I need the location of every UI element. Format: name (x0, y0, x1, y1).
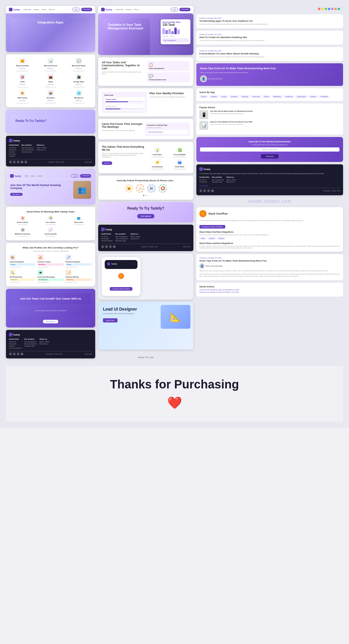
tag-investment[interactable]: Investment (319, 95, 330, 98)
so-logo-icon: 🟠 (199, 210, 206, 217)
similar-link-2[interactable]: Improve Your Mobile Funnel And Reach You… (199, 291, 340, 293)
tw-icon-2[interactable]: t (13, 352, 16, 355)
all-tasks-title: All Your Tasks And Communications, Toget… (102, 61, 145, 70)
tag-networking[interactable]: Networking (272, 95, 283, 98)
footer-product-3[interactable]: Integration apps (21, 151, 34, 153)
ready-cta-bottom: Ready To Try Tazkily? Get started (98, 202, 193, 222)
li-icon-2[interactable]: in (21, 352, 24, 355)
tag-branding[interactable]: Branding (240, 95, 250, 98)
social-icons-3: f t i in (101, 245, 116, 248)
tag-finance[interactable]: Finance (199, 95, 208, 98)
brainstorm-author-name: Brian Jeremiah Buda (206, 265, 223, 267)
join-cta-desc: Lorem ipsum dolor sit amet consectetur (10, 306, 91, 316)
fb-icon-right[interactable]: f (199, 189, 202, 192)
join-us-btn[interactable]: Join with us (10, 193, 23, 196)
lead-ui-image: 📐 (161, 305, 190, 329)
popular-article-title-2: Improve Your Mobile Funnel And Reach You… (210, 121, 253, 123)
lead-ui-mockup-btn[interactable]: Apply Now (103, 318, 118, 322)
ig-icon-right[interactable]: i (207, 189, 210, 192)
main-container: Tazkily Useful links Features Pricing Ab… (0, 0, 349, 428)
tag-leadership[interactable]: Leadership (284, 95, 295, 98)
footer-col-useful: Useful links (9, 144, 19, 146)
so-tag-support[interactable]: Support (217, 237, 226, 240)
footer-link-4[interactable]: Document (9, 153, 19, 155)
tag-business[interactable]: Business (309, 95, 318, 98)
popular-img-1: 📱 (199, 110, 208, 119)
values-btn[interactable]: Get Us (102, 161, 112, 165)
task-started-btn[interactable]: Get started (179, 8, 190, 11)
meeting-schedule: Company Landing Page 04:34 PM - 05:24 PM… (145, 122, 190, 136)
perk-team-desc: Lorem ipsum dolor (73, 224, 83, 225)
tag-growth[interactable]: Growth (262, 95, 270, 98)
tag-country[interactable]: Country (220, 95, 229, 98)
linkedin-icon[interactable]: in (21, 160, 24, 163)
integration-item-dropbox: 📦 Drop Box Business Lorem ipsum dolor si… (38, 90, 64, 104)
careers-logo: Tazkily (10, 174, 21, 178)
so-connect-btn[interactable]: Connect to Stack Overflow (199, 225, 225, 229)
accountability-icon: ✅ (177, 147, 183, 153)
popular-article-text-1: Lorem ipsum dolor sit amet consectetur a… (210, 113, 253, 114)
footer-about-2[interactable]: Made with us (37, 149, 46, 151)
footer-link-3[interactable]: Features (9, 151, 19, 153)
mock-started-btn[interactable]: Get started (81, 8, 92, 11)
youtube-icon[interactable]: y (24, 160, 27, 163)
job-profiles-section: What Job Profiles Are We Currently Looki… (6, 243, 95, 286)
footer-link-2[interactable]: Pricing plan (9, 149, 19, 151)
perks-title: Great Perks Of Working With Tazkily Team (10, 210, 92, 213)
tag-employee[interactable]: Employee (229, 95, 239, 98)
careers-started-btn[interactable]: Get started (80, 174, 91, 178)
so-about2-section: About Stack overflow Integrations In rep… (199, 242, 340, 249)
so-tag-state[interactable]: State (199, 237, 206, 240)
subscribe-input[interactable]: Add your email address (200, 147, 339, 152)
ig-icon-2[interactable]: i (17, 352, 20, 355)
tw-icon-3[interactable]: t (105, 245, 108, 248)
dropbox-type: Business (48, 100, 54, 101)
footer-product-2[interactable]: Client management (21, 149, 34, 151)
subscribe-btn[interactable]: Subscribe (261, 154, 278, 158)
teamwork-desc: Lorem ipsum adipiscing (173, 168, 186, 170)
fb-icon-3[interactable]: f (101, 245, 104, 248)
tag-entrepreneur[interactable]: Entrepreneur (295, 95, 307, 98)
careers-login-btn[interactable]: Login (71, 174, 79, 178)
value-innovation: 💡 Innovation Lorem ipsum adipiscing (147, 147, 168, 158)
tag-teamwork[interactable]: Team work (251, 95, 261, 98)
so-tag-content[interactable]: Content (207, 237, 216, 240)
today-title: Today task (104, 94, 145, 96)
li-icon-3[interactable]: in (113, 245, 116, 248)
fb-icon-2[interactable]: f (9, 352, 12, 355)
ig-icon-3[interactable]: i (109, 245, 112, 248)
mobile-menu-icon[interactable]: ≡ (134, 263, 135, 265)
values-text: The Values That Drive Everything We Do W… (102, 145, 145, 170)
content-writing-desc: Lorem ipsum dolor sit (65, 281, 92, 283)
task-login-btn[interactable]: Login (170, 8, 178, 11)
help-link-2[interactable]: Help center (84, 353, 92, 355)
ready-bottom-btn[interactable]: Get started (137, 214, 155, 218)
tags-grid: Finance Software Country Employee Brandi… (199, 95, 340, 98)
brainstorm-author-avatar: 👤 (199, 263, 205, 269)
mobile-connect-btn[interactable]: Connect to Stack Overflow (110, 287, 132, 291)
join-cta-btn[interactable]: Join with us (43, 320, 58, 323)
footer-product-1[interactable]: Task management (21, 147, 34, 149)
help-link-1[interactable]: Help center (84, 161, 92, 163)
footer-link-5[interactable]: Instagram (9, 155, 19, 157)
career-icon: 📈 (48, 227, 53, 232)
popular-title: Popular Articles (199, 106, 340, 108)
thanks-title: Thanks for Purchasing (12, 378, 337, 391)
instagram-icon[interactable]: i (17, 160, 20, 163)
so-about-section: About Stack Overflow Integrations Lorem … (199, 231, 340, 240)
facebook-icon[interactable]: f (9, 160, 12, 163)
footer-link-1[interactable]: Try free for (9, 147, 19, 149)
mock-login-btn[interactable]: Login (72, 8, 80, 11)
twitter-icon[interactable]: t (13, 160, 16, 163)
tw-icon-right[interactable]: t (203, 189, 206, 192)
help-link-3[interactable]: Help center (183, 246, 190, 248)
footer-product-right: Our product (212, 176, 224, 178)
footer-about-1[interactable]: What is Tazkily (37, 147, 46, 149)
task-nav: Useful links Features Pricing (116, 9, 139, 10)
perk-fun-desc: Lorem ipsum dolor (46, 224, 55, 225)
subscribe-desc: Lorem ipsum dolor sit amet consectetur a… (200, 144, 339, 146)
li-icon-right[interactable]: in (211, 189, 214, 192)
tag-software[interactable]: Software (209, 95, 219, 98)
similar-link-1[interactable]: Use New Social Media Apps As Marketing F… (199, 289, 340, 291)
mailchimp-icon: 🐵 (19, 90, 25, 96)
